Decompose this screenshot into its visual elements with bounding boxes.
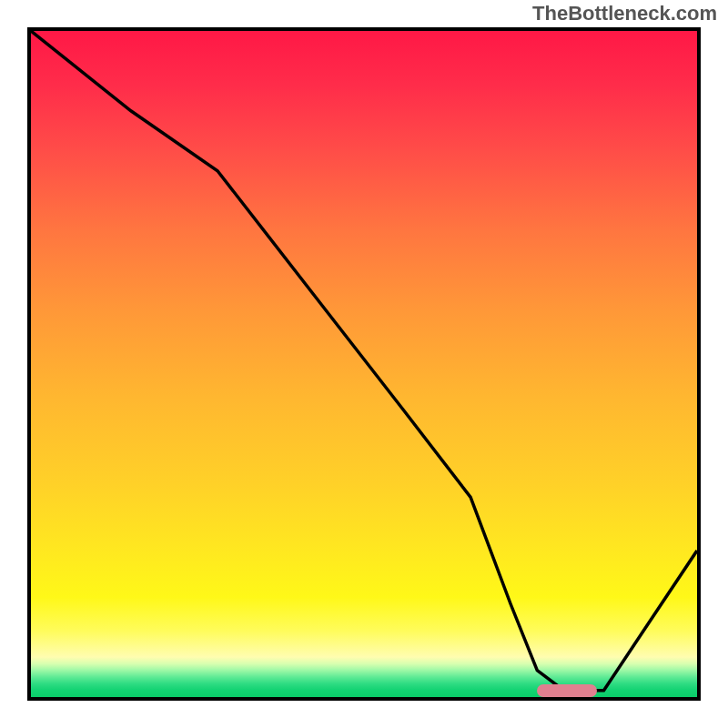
optimal-range-marker [537,684,597,697]
chart-area [27,27,701,701]
bottleneck-curve-svg [31,31,697,697]
watermark-text: TheBottleneck.com [532,2,717,25]
bottleneck-curve-path [31,31,697,691]
